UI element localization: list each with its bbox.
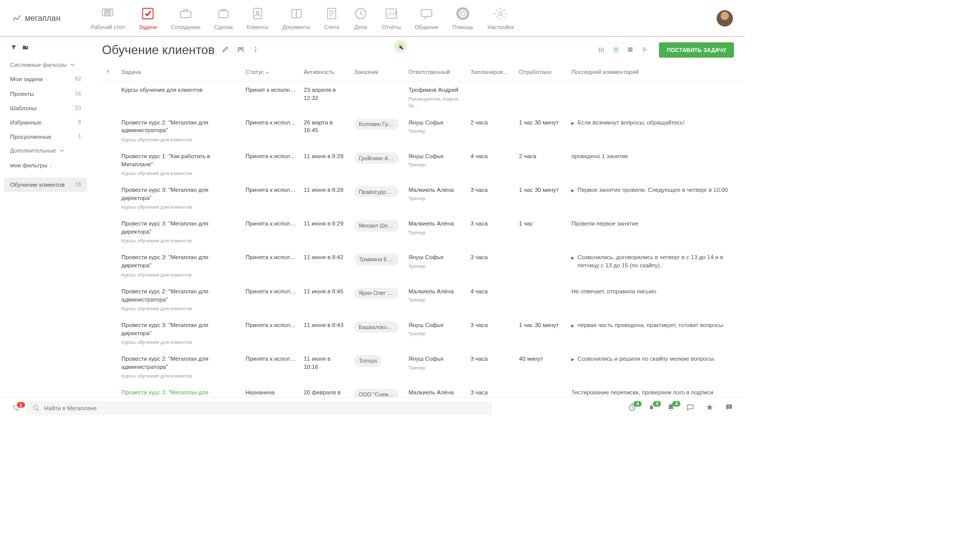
svg-rect-1 — [105, 10, 107, 12]
nav-contacts[interactable]: Клиенты — [240, 5, 276, 32]
svg-point-19 — [241, 47, 243, 49]
customer-chip[interactable]: Правосудова … — [354, 186, 399, 197]
svg-rect-5 — [180, 11, 191, 18]
table-row[interactable]: Провести курс 3: "Мегаплан для директора… — [102, 249, 742, 283]
svg-point-21 — [255, 48, 256, 49]
nav-desktop[interactable]: Рабочий стол — [84, 5, 132, 32]
customer-chip[interactable]: Михаил Шелех… — [354, 220, 399, 231]
search-bar[interactable] — [27, 401, 492, 415]
view-compact-icon[interactable] — [625, 44, 636, 55]
customer-chip[interactable]: Башкалоков В… — [354, 321, 399, 333]
col-planned[interactable]: Запланиров… — [467, 63, 515, 82]
add-folder-icon[interactable] — [22, 44, 29, 52]
nav-invoice[interactable]: Счета — [317, 5, 347, 32]
svg-point-15 — [458, 8, 469, 19]
svg-point-8 — [256, 11, 259, 14]
nav-label: Помощь — [453, 24, 474, 30]
customer-chip[interactable]: ООО "Снежны… — [354, 389, 399, 397]
edit-icon[interactable] — [222, 45, 229, 55]
nav-check[interactable]: Задачи — [132, 5, 164, 32]
nav-label: Клиенты — [247, 24, 268, 30]
sidebar-heading-system[interactable]: Системные фильтры — [4, 58, 87, 72]
nav-clock[interactable]: Дела — [346, 5, 375, 32]
view-gantt-icon[interactable] — [640, 44, 651, 55]
col-activity[interactable]: Активность — [300, 63, 350, 82]
col-comment[interactable]: Последний комментарий — [568, 63, 742, 82]
svg-rect-2 — [108, 10, 111, 12]
col-tree[interactable] — [102, 63, 117, 82]
phone-icon[interactable]: 1 — [12, 404, 19, 412]
logo[interactable]: мегаплан — [12, 13, 61, 23]
sidebar-myfilters[interactable]: мои фильтры› — [4, 158, 87, 172]
customer-chip[interactable]: Коломин Григ… — [354, 119, 399, 130]
nav-gear[interactable]: Настройка — [480, 5, 521, 32]
fire-icon[interactable]: 3 — [647, 403, 656, 413]
nav-label: Сделки — [214, 24, 233, 30]
feedback-icon[interactable] — [725, 403, 733, 413]
nav-label: Дела — [354, 24, 367, 30]
chat-icon[interactable] — [686, 403, 695, 413]
nav-docs[interactable]: Документы — [276, 5, 317, 32]
bell-icon[interactable]: 4 — [667, 403, 675, 413]
page-title: Обучение клиентов — [102, 43, 215, 57]
col-task[interactable]: Задача — [117, 63, 241, 82]
timer-icon[interactable]: 4 — [628, 403, 636, 413]
nav-label: Сотрудники — [171, 24, 201, 30]
share-icon[interactable] — [236, 45, 245, 55]
customer-chip[interactable]: Tomsys — [354, 355, 382, 366]
view-columns-icon[interactable] — [596, 44, 606, 55]
filter-icon[interactable] — [10, 44, 17, 52]
sidebar-item[interactable]: Шаблоны23 — [4, 101, 87, 115]
task-table: Задача Статус▾ Активность Заказчик Ответ… — [102, 63, 742, 397]
svg-rect-3 — [105, 13, 110, 14]
col-status[interactable]: Статус▾ — [241, 63, 300, 82]
create-task-button[interactable]: ПОСТАВИТЬ ЗАДАЧУ — [659, 42, 733, 58]
col-customer[interactable]: Заказчик — [350, 63, 404, 82]
table-row[interactable]: Провести курс 1: "Как работать в Мегапла… — [102, 148, 742, 182]
star-icon[interactable] — [705, 403, 714, 413]
table-row[interactable]: Провести курс 2: "Мегаплан для администр… — [102, 283, 742, 317]
sidebar-item-selected[interactable]: Обучение клиентов 16 — [4, 178, 87, 192]
avatar[interactable] — [717, 10, 733, 27]
nav-chart[interactable]: Отчёты — [375, 5, 408, 32]
cursor-indicator — [394, 40, 407, 53]
phone-badge: 1 — [17, 402, 25, 408]
table-row[interactable]: Провести курс 3: "Мегаплан для директора… — [102, 317, 742, 350]
table-row[interactable]: Провести курс 3: "Мегаплан для директора… — [102, 384, 742, 397]
sidebar-item[interactable]: Мои задачи›82 — [4, 72, 87, 86]
nav-label: Счета — [324, 24, 339, 30]
col-responsible[interactable]: Ответственный — [405, 63, 467, 82]
sidebar-heading-extra[interactable]: Дополнительные — [4, 144, 87, 158]
page-header: Обучение клиентов ПОСТАВИТЬ ЗАДАЧУ — [91, 37, 745, 63]
customer-chip[interactable]: Ярин Олег Пав… — [354, 288, 399, 299]
sidebar: Системные фильтры Мои задачи›82Проекты16… — [0, 37, 91, 397]
nav-bag[interactable]: Сделки — [207, 5, 240, 32]
customer-chip[interactable]: Гройсман Анж… — [354, 153, 399, 164]
table-row[interactable]: Провести курс 3: "Мегаплан для директора… — [102, 182, 742, 215]
view-list-icon[interactable] — [610, 44, 621, 55]
sidebar-item[interactable]: Избранные6 — [4, 115, 87, 129]
nav-briefcase[interactable]: Сотрудники — [164, 5, 207, 32]
table-row[interactable]: Курсы обучения для клиентов Принят к исп… — [102, 82, 742, 114]
table-row[interactable]: Провести курс 2: "Мегаплан для администр… — [102, 350, 742, 384]
table-row[interactable]: Провести курс 3: "Мегаплан для директора… — [102, 215, 742, 249]
customer-chip[interactable]: Травкина Елен… — [354, 254, 399, 265]
sidebar-item[interactable]: Просроченные1 — [4, 130, 87, 144]
svg-rect-10 — [297, 10, 301, 18]
svg-point-16 — [461, 11, 465, 16]
svg-point-17 — [499, 12, 503, 15]
nav-help[interactable]: Помощь — [446, 5, 480, 32]
col-worked[interactable]: Отработано — [515, 63, 568, 82]
svg-point-18 — [238, 47, 240, 49]
bottom-bar: 1 4 3 4 — [0, 397, 745, 419]
top-navigation: мегаплан Рабочий столЗадачиСотрудникиСде… — [0, 0, 745, 37]
search-input[interactable] — [44, 405, 486, 411]
nav-label: Задачи — [139, 24, 157, 30]
more-icon[interactable] — [252, 46, 259, 55]
nav-label: Отчёты — [382, 24, 401, 30]
svg-rect-9 — [291, 10, 296, 18]
nav-label: Общение — [415, 24, 439, 30]
table-row[interactable]: Провести курс 2: "Мегаплан для администр… — [102, 114, 742, 147]
nav-chat[interactable]: Общение — [408, 5, 446, 32]
sidebar-item[interactable]: Проекты16 — [4, 86, 87, 101]
